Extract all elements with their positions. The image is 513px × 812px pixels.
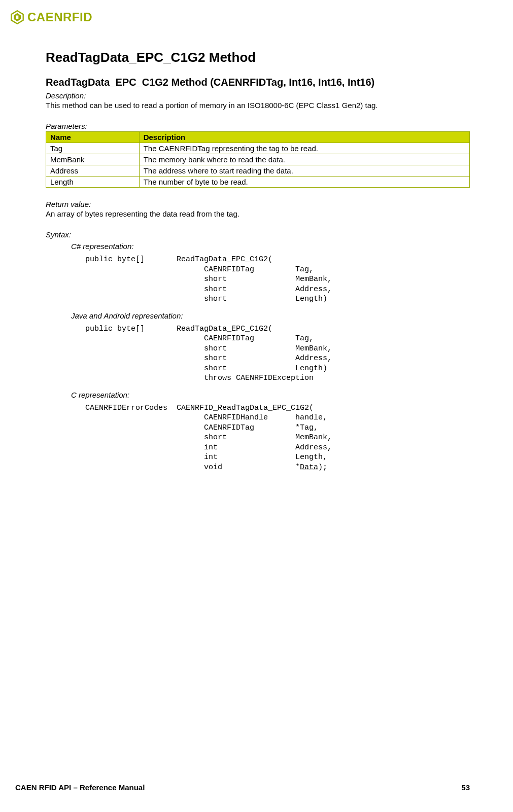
description-text: This method can be used to read a portio…: [46, 101, 470, 110]
parameters-label: Parameters:: [46, 122, 470, 130]
param-name: Tag: [46, 143, 140, 154]
param-desc: The address where to start reading the d…: [139, 165, 469, 176]
c-repr-label: C representation:: [71, 391, 470, 399]
method-signature-heading: ReadTagData_EPC_C1G2 Method (CAENRFIDTag…: [46, 77, 470, 88]
page-footer: CAEN RFID API – Reference Manual 53: [15, 783, 470, 792]
return-value-text: An array of bytes representing the data …: [46, 209, 470, 218]
page-title: ReadTagData_EPC_C1G2 Method: [46, 50, 470, 65]
java-repr-label: Java and Android representation:: [71, 311, 470, 320]
footer-page-number: 53: [461, 783, 470, 792]
c-code: CAENRFIDErrorCodes CAENRFID_ReadTagData_…: [85, 403, 470, 473]
param-desc: The CAENRFIDTag representing the tag to …: [139, 143, 469, 154]
table-row: Tag The CAENRFIDTag representing the tag…: [46, 143, 470, 154]
hexagon-icon: [10, 10, 24, 24]
table-row: Length The number of byte to be read.: [46, 176, 470, 188]
syntax-label: Syntax:: [46, 230, 470, 239]
param-name: Length: [46, 176, 140, 188]
java-code: public byte[] ReadTagData_EPC_C1G2( CAEN…: [85, 324, 470, 383]
footer-manual-title: CAEN RFID API – Reference Manual: [15, 783, 145, 792]
table-header-desc: Description: [139, 132, 469, 143]
description-label: Description:: [46, 91, 470, 100]
table-row: Address The address where to start readi…: [46, 165, 470, 176]
param-name: MemBank: [46, 154, 140, 165]
table-header-name: Name: [46, 132, 140, 143]
csharp-repr-label: C# representation:: [71, 242, 470, 251]
csharp-code: public byte[] ReadTagData_EPC_C1G2( CAEN…: [85, 255, 470, 304]
parameters-table: Name Description Tag The CAENRFIDTag rep…: [46, 131, 470, 188]
param-name: Address: [46, 165, 140, 176]
brand-logo: CAENRFID: [10, 10, 470, 24]
brand-name: CAENRFID: [27, 10, 92, 24]
table-row: MemBank The memory bank where to read th…: [46, 154, 470, 165]
param-desc: The number of byte to be read.: [139, 176, 469, 188]
return-value-label: Return value:: [46, 200, 470, 208]
param-desc: The memory bank where to read the data.: [139, 154, 469, 165]
svg-rect-0: [16, 16, 19, 19]
